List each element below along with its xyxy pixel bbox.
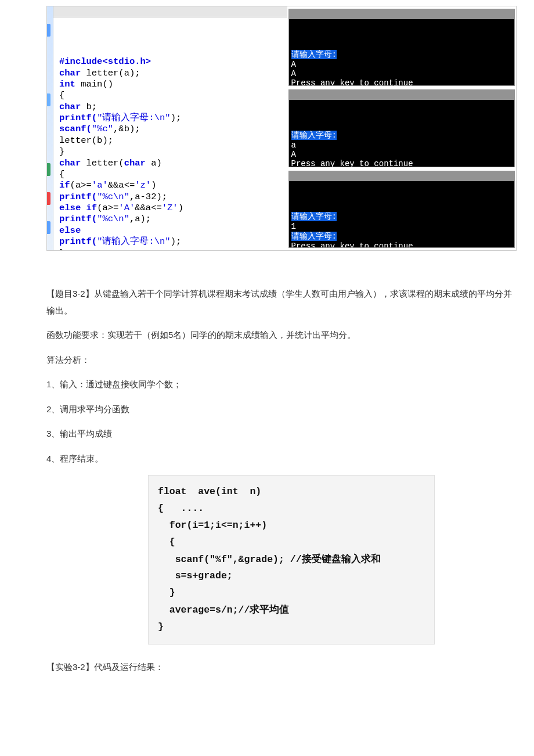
code-token: b; (86, 102, 98, 112)
code-token: else (59, 225, 81, 236)
code-token: printf( (59, 113, 97, 123)
code-token: scanf( (59, 124, 92, 134)
step-2: 2、调用求平均分函数 (46, 401, 517, 418)
step-3: 3、输出平均成绩 (46, 426, 517, 442)
code-token: ,a); (129, 214, 151, 224)
code-token: ); (171, 236, 182, 247)
code-token: { (59, 169, 64, 179)
document-body: 【题目3-2】从键盘输入若干个同学计算机课程期末考试成绩（学生人数可由用户输入）… (46, 286, 517, 467)
code-token: else if (59, 203, 97, 213)
code-token: ) (151, 180, 156, 190)
code-token: } (59, 248, 64, 251)
terminal-line: A (291, 150, 296, 159)
code-token: "%c\n" (97, 192, 129, 202)
code-token: "请输入字母:\n" (97, 113, 171, 123)
snippet-line: } (158, 587, 175, 598)
terminal-run-1: "C:\c 请输入字母: A A Press any key to contin… (288, 9, 515, 86)
terminal-stack: "C:\c 请输入字母: A A Press any key to contin… (287, 6, 517, 250)
terminal-path: "C:\c (497, 9, 512, 19)
terminal-path: "C: (503, 171, 512, 181)
terminal-path: "C:\ (500, 89, 512, 100)
snippet-line: float ave(int n) (158, 486, 261, 497)
snippet-line: scanf("%f",&grade); // (158, 554, 302, 565)
code-token: printf( (59, 214, 97, 224)
code-token: "%c\n" (97, 214, 129, 224)
terminal-run-2: "C:\ 请输入字母: a A Press any key to continu… (288, 89, 515, 167)
terminal-line: 请输入字母: (291, 131, 337, 140)
window-icon (293, 91, 301, 99)
step-4: 4、程序结束。 (46, 451, 517, 467)
code-token: (a>= (97, 203, 118, 213)
code-token: letter(a); (86, 68, 140, 78)
snippet-line: } (158, 621, 164, 632)
code-token: main() (81, 79, 113, 89)
snippet-line: s=s+grade; (158, 570, 233, 581)
code-token: 'z' (135, 180, 151, 190)
code-token: 'A' (118, 203, 135, 213)
code-token: &&a<= (135, 203, 162, 213)
code-token: printf( (59, 192, 97, 202)
code-token: ) (178, 203, 183, 213)
terminal-run-3: "C: 请输入字母: 1 请输入字母: Press any key to con… (288, 171, 515, 248)
step-1: 1、输入：通过键盘接收同学个数； (46, 376, 517, 393)
terminal-line: 请输入字母: (291, 232, 337, 241)
snippet-line: for(i=1;i<=n;i++) (158, 520, 267, 531)
terminal-line: 1 (291, 222, 296, 231)
terminal-line: Press any key to continue (291, 78, 413, 86)
code-token: &&a<= (108, 180, 135, 190)
code-token: 'Z' (162, 203, 178, 213)
pseudo-code-snippet: float ave(int n) { .... for(i=1;i<=n;i++… (148, 475, 435, 645)
code-token: } (59, 146, 64, 157)
snippet-line: average=s/n;// (158, 604, 250, 615)
code-token: #include (59, 56, 102, 67)
editor-gutter (47, 6, 53, 250)
code-token: ,a-32); (129, 192, 167, 202)
snippet-line: { (158, 537, 175, 548)
window-icon (293, 172, 301, 180)
code-token: char (59, 158, 86, 168)
code-token: letter(b); (59, 135, 113, 146)
requirement: 函数功能要求：实现若干（例如5名）同学的的期末成绩输入，并统计出平均分。 (46, 327, 517, 344)
code-token: a) (151, 158, 162, 168)
code-token: if (59, 180, 70, 190)
code-token: letter( (86, 158, 124, 168)
code-screenshot: #include<stdio.h> char letter(a); int ma… (46, 6, 517, 251)
terminal-line: a (291, 141, 296, 150)
code-token: char (59, 102, 86, 112)
terminal-line: Press any key to continue_ (291, 242, 418, 248)
code-token: int (59, 79, 81, 89)
source-editor: #include<stdio.h> char letter(a); int ma… (53, 6, 287, 250)
code-token: ,&b); (113, 124, 140, 134)
terminal-line: 请输入字母: (291, 212, 337, 221)
terminal-line: A (291, 69, 296, 78)
code-token: printf( (59, 236, 97, 247)
experiment-footer: 【实验3-2】代码及运行结果： (46, 662, 517, 673)
analysis-heading: 算法分析： (46, 352, 517, 369)
snippet-comment: 求平均值 (250, 604, 289, 615)
problem-title: 【题目3-2】从键盘输入若干个同学计算机课程期末考试成绩（学生人数可由用户输入）… (46, 286, 517, 319)
snippet-line: { .... (158, 503, 204, 514)
code-token: { (59, 90, 64, 100)
code-token: <stdio.h> (102, 56, 151, 67)
terminal-line: Press any key to continue (291, 159, 413, 167)
code-token: ); (171, 113, 182, 123)
terminal-line: 请输入字母: (291, 50, 337, 59)
terminal-line: A (291, 60, 296, 69)
code-token: "%c" (92, 124, 113, 134)
code-token: 'a' (92, 180, 108, 190)
code-token: char (59, 68, 86, 78)
code-token: (a>= (70, 180, 92, 190)
snippet-comment: 接受键盘输入求和 (302, 553, 381, 564)
code-token: "请输入字母:\n" (97, 236, 171, 247)
code-token: char (124, 158, 151, 168)
window-icon (293, 10, 301, 18)
